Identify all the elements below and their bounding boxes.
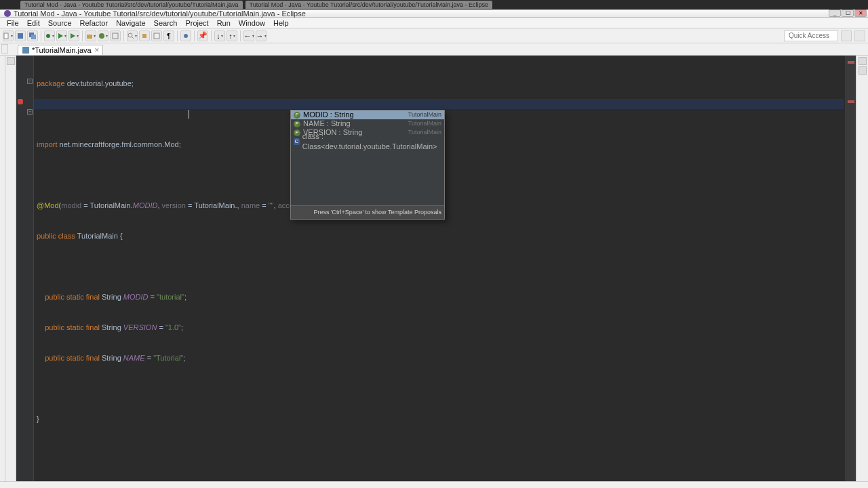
outline-view-icon[interactable] bbox=[859, 57, 867, 65]
new-class-button[interactable] bbox=[98, 30, 108, 41]
menu-project[interactable]: Project bbox=[181, 18, 212, 28]
prev-annotation-button[interactable]: ↑ bbox=[226, 30, 237, 41]
field-ref: MODID bbox=[133, 201, 158, 209]
forward-button[interactable]: → bbox=[256, 30, 267, 41]
error-marker-icon[interactable] bbox=[18, 99, 23, 104]
os-tab[interactable]: Tutorial Mod - Java - Youtube Tutorial/s… bbox=[20, 1, 243, 9]
punc: = bbox=[157, 323, 165, 331]
svg-rect-9 bbox=[113, 33, 118, 39]
overview-error-marker[interactable] bbox=[848, 61, 854, 64]
code-editor[interactable]: − − package dev.tutorial.youtube; import… bbox=[16, 56, 856, 481]
type-ref: TutorialMain. bbox=[90, 201, 133, 209]
window-close-button[interactable]: ✕ bbox=[854, 9, 867, 17]
menu-file[interactable]: File bbox=[3, 18, 23, 28]
menu-refactor[interactable]: Refactor bbox=[76, 18, 113, 28]
menu-run[interactable]: Run bbox=[213, 18, 235, 28]
debug-button[interactable] bbox=[44, 30, 55, 41]
punc: = bbox=[260, 201, 269, 209]
keyword: import bbox=[37, 140, 58, 148]
quick-access-input[interactable] bbox=[784, 30, 838, 41]
new-button[interactable] bbox=[3, 30, 14, 41]
keyword: public static final bbox=[45, 323, 100, 331]
close-tab-icon[interactable]: ✕ bbox=[94, 47, 100, 54]
type: String bbox=[102, 354, 121, 362]
status-bar bbox=[0, 481, 868, 488]
svg-rect-1 bbox=[18, 33, 23, 39]
minimized-views-left bbox=[5, 56, 16, 481]
skip-breakpoints-button[interactable] bbox=[180, 30, 191, 41]
svg-rect-3 bbox=[31, 35, 36, 39]
restore-view-button[interactable] bbox=[1, 44, 8, 54]
string: "tutorial" bbox=[157, 293, 184, 301]
string: "1.0" bbox=[165, 323, 181, 331]
field-icon: F bbox=[294, 121, 300, 127]
keyword: class bbox=[58, 232, 75, 240]
content-assist-item[interactable]: C class : Class<dev.tutorial.youtube.Tut… bbox=[291, 137, 444, 146]
menu-source[interactable]: Source bbox=[44, 18, 76, 28]
window-maximize-button[interactable]: ☐ bbox=[842, 9, 854, 17]
java-file-icon bbox=[22, 47, 29, 54]
minimized-views-right bbox=[856, 56, 868, 481]
toggle-mark-button[interactable] bbox=[139, 30, 150, 41]
window-minimize-button[interactable]: _ bbox=[829, 9, 841, 17]
os-browser-tabs: Tutorial Mod - Java - Youtube Tutorial/s… bbox=[0, 0, 868, 9]
run-button[interactable] bbox=[56, 30, 67, 41]
package-explorer-icon[interactable] bbox=[7, 57, 15, 65]
java-perspective-button[interactable] bbox=[854, 30, 865, 41]
menu-navigate[interactable]: Navigate bbox=[112, 18, 149, 28]
content-assist-footer: Press 'Ctrl+Space' to show Template Prop… bbox=[291, 205, 444, 219]
annotation: @Mod bbox=[37, 201, 59, 209]
window-title-text: Tutorial Mod - Java - Youtube Tutorial/s… bbox=[14, 9, 306, 18]
menu-help[interactable]: Help bbox=[269, 18, 293, 28]
pin-editor-button[interactable]: 📌 bbox=[197, 30, 208, 41]
run-last-button[interactable] bbox=[68, 30, 79, 41]
punc: = bbox=[186, 201, 194, 209]
keyword: package bbox=[37, 79, 65, 87]
fold-toggle-icon[interactable]: − bbox=[27, 79, 33, 84]
field-icon: F bbox=[294, 129, 300, 136]
svg-rect-13 bbox=[154, 33, 159, 39]
new-package-button[interactable] bbox=[85, 30, 96, 41]
back-button[interactable]: ← bbox=[243, 30, 254, 41]
param: modid bbox=[61, 201, 81, 209]
next-annotation-button[interactable]: ↓ bbox=[214, 30, 225, 41]
punc: ; bbox=[184, 293, 186, 301]
menu-window[interactable]: Window bbox=[235, 18, 269, 28]
svg-point-4 bbox=[46, 34, 50, 38]
param: name bbox=[241, 201, 260, 209]
left-trim bbox=[0, 56, 5, 481]
overview-error-marker[interactable] bbox=[848, 100, 854, 103]
open-perspective-button[interactable] bbox=[841, 30, 852, 41]
editor-tab-tutorialmain[interactable]: *TutorialMain.java ✕ bbox=[18, 45, 103, 55]
keyword: public static final bbox=[45, 293, 100, 301]
editor-tab-label: *TutorialMain.java bbox=[32, 46, 92, 54]
vertical-ruler[interactable]: − − bbox=[16, 56, 34, 481]
string: "" bbox=[269, 201, 274, 209]
menu-search[interactable]: Search bbox=[150, 18, 182, 28]
svg-rect-7 bbox=[87, 35, 92, 39]
overview-ruler[interactable] bbox=[845, 56, 856, 481]
field-icon: F bbox=[294, 112, 300, 119]
save-button[interactable] bbox=[15, 30, 26, 41]
text-caret bbox=[189, 110, 189, 119]
class-name: TutorialMain bbox=[77, 232, 118, 240]
open-type-button[interactable] bbox=[110, 30, 121, 41]
punc: } bbox=[37, 415, 39, 423]
search-button[interactable] bbox=[127, 30, 138, 41]
toggle-block-button[interactable] bbox=[151, 30, 162, 41]
svg-marker-6 bbox=[71, 33, 75, 39]
string: "Tutorial" bbox=[153, 354, 183, 362]
class-icon: C bbox=[294, 138, 300, 145]
fold-toggle-icon[interactable]: − bbox=[27, 109, 33, 115]
task-list-icon[interactable] bbox=[859, 66, 867, 75]
content-assist-popup[interactable]: F MODID : String TutorialMain F NAME : S… bbox=[290, 110, 445, 220]
menu-edit[interactable]: Edit bbox=[23, 18, 44, 28]
main-area: − − package dev.tutorial.youtube; import… bbox=[0, 56, 868, 481]
type: String bbox=[102, 323, 121, 331]
menu-bar: File Edit Source Refactor Navigate Searc… bbox=[0, 18, 868, 28]
os-tab[interactable]: Tutorial Mod - Java - Youtube Tutorial/s… bbox=[245, 1, 493, 9]
content-assist-list[interactable]: F MODID : String TutorialMain F NAME : S… bbox=[291, 110, 444, 205]
show-whitespace-button[interactable]: ¶ bbox=[163, 30, 174, 41]
punc: ; bbox=[181, 323, 183, 331]
save-all-button[interactable] bbox=[27, 30, 38, 41]
